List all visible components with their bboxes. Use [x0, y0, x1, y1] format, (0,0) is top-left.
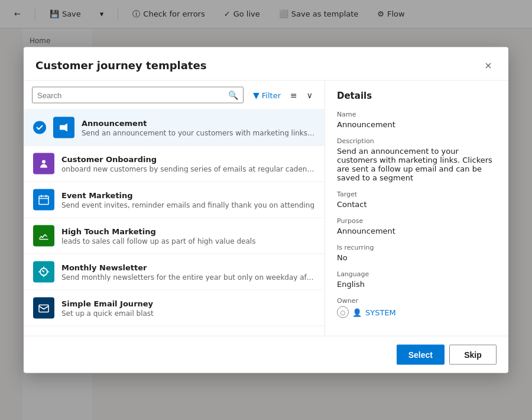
expand-icon: ∨ [307, 91, 313, 100]
owner-status-icon: ○ [337, 306, 349, 318]
onboarding-desc: onboard new customers by sending series … [61, 164, 315, 173]
template-item-onboarding[interactable]: Customer Onboarding onboard new customer… [24, 146, 325, 182]
detail-name-field: Name Announcement [337, 111, 497, 129]
details-heading: Details [337, 91, 497, 101]
event-desc: Send event invites, reminder emails and … [61, 201, 315, 209]
template-list: Announcement Send an announcement to you… [24, 110, 325, 336]
svg-rect-1 [39, 196, 48, 205]
announcement-desc: Send an announcement to your customers w… [82, 128, 315, 137]
owner-name[interactable]: SYSTEM [365, 308, 396, 316]
simpleemail-icon [33, 298, 54, 319]
sort-button[interactable]: ≡ [287, 89, 301, 102]
detail-target-value: Contact [337, 200, 497, 209]
detail-target-label: Target [337, 190, 497, 198]
dialog-body: 🔍 ▼ Filter ≡ ∨ [24, 81, 508, 336]
svg-rect-5 [39, 305, 48, 312]
detail-purpose-value: Announcement [337, 227, 497, 235]
detail-purpose-label: Purpose [337, 217, 497, 225]
owner-row: ○ 👤 SYSTEM [337, 306, 497, 318]
detail-name-value: Announcement [337, 120, 497, 129]
search-input-wrap[interactable]: 🔍 [32, 87, 244, 104]
announcement-info: Announcement Send an announcement to you… [82, 118, 315, 137]
template-item-simple-email[interactable]: Simple Email Journey Set up a quick emai… [24, 290, 325, 327]
template-item-newsletter[interactable]: Monthly Newsletter Send monthly newslett… [24, 254, 325, 290]
template-item-event[interactable]: Event Marketing Send event invites, remi… [24, 182, 325, 218]
announcement-name: Announcement [82, 118, 315, 127]
filter-icon: ▼ [253, 91, 259, 100]
newsletter-info: Monthly Newsletter Send monthly newslett… [61, 263, 315, 281]
select-button[interactable]: Select [397, 345, 445, 365]
detail-description-field: Description Send an announcement to your… [337, 137, 497, 182]
svg-point-0 [42, 160, 46, 164]
close-dialog-button[interactable]: × [480, 57, 497, 73]
detail-target-field: Target Contact [337, 190, 497, 209]
onboarding-info: Customer Onboarding onboard new customer… [61, 154, 315, 173]
simpleemail-name: Simple Email Journey [61, 299, 315, 308]
search-icon: 🔍 [228, 91, 238, 100]
selected-check [33, 121, 46, 134]
hightouch-info: High Touch Marketing leads to sales call… [61, 227, 315, 245]
customer-journey-templates-dialog: Customer journey templates × 🔍 ▼ Filter [24, 47, 508, 373]
detail-purpose-field: Purpose Announcement [337, 217, 497, 235]
detail-name-label: Name [337, 111, 497, 118]
detail-recurring-label: Is recurring [337, 244, 497, 251]
simpleemail-desc: Set up a quick email blast [61, 309, 315, 317]
detail-recurring-field: Is recurring No [337, 244, 497, 262]
event-info: Event Marketing Send event invites, remi… [61, 190, 315, 209]
detail-recurring-value: No [337, 253, 497, 262]
template-item-hightouch[interactable]: High Touch Marketing leads to sales call… [24, 218, 325, 254]
event-name: Event Marketing [61, 190, 315, 199]
details-panel: Details Name Announcement Description Se… [325, 81, 508, 336]
onboarding-icon [33, 153, 54, 175]
onboarding-name: Customer Onboarding [61, 154, 315, 163]
owner-person-icon: 👤 [352, 308, 362, 316]
sort-icon: ≡ [290, 91, 297, 100]
hightouch-desc: leads to sales call follow up as part of… [61, 237, 315, 245]
hightouch-name: High Touch Marketing [61, 227, 315, 235]
dialog-footer: Select Skip [24, 336, 508, 373]
skip-button[interactable]: Skip [449, 345, 497, 365]
filter-button[interactable]: ▼ Filter [249, 89, 284, 102]
event-icon [33, 189, 54, 211]
detail-description-value: Send an announcement to your customers w… [337, 147, 497, 182]
dialog-header: Customer journey templates × [24, 47, 508, 81]
template-item-announcement[interactable]: Announcement Send an announcement to you… [24, 110, 325, 146]
newsletter-name: Monthly Newsletter [61, 263, 315, 272]
filter-label: Filter [262, 91, 281, 99]
detail-owner-field: Owner ○ 👤 SYSTEM [337, 297, 497, 318]
dialog-title: Customer journey templates [35, 59, 206, 71]
announcement-icon [53, 117, 74, 138]
search-input[interactable] [37, 91, 225, 99]
simpleemail-info: Simple Email Journey Set up a quick emai… [61, 299, 315, 317]
newsletter-desc: Send monthly newsletters for the entire … [61, 273, 315, 281]
detail-description-label: Description [337, 137, 497, 145]
detail-language-field: Language English [337, 270, 497, 289]
newsletter-icon [33, 261, 54, 283]
templates-left-panel: 🔍 ▼ Filter ≡ ∨ [24, 81, 325, 336]
expand-button[interactable]: ∨ [303, 89, 316, 102]
detail-language-value: English [337, 280, 497, 289]
detail-owner-label: Owner [337, 297, 497, 305]
detail-language-label: Language [337, 270, 497, 278]
hightouch-icon [33, 225, 54, 247]
close-icon: × [484, 59, 492, 70]
